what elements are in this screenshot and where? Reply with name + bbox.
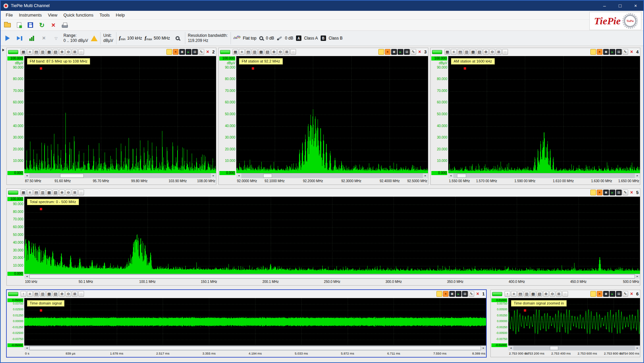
value-table-icon[interactable]: ▤: [245, 49, 251, 55]
zoom-out-icon[interactable]: ⊖: [277, 49, 283, 55]
export-graph-icon[interactable]: ▸: [610, 291, 615, 297]
remove-view-button[interactable]: ×: [39, 34, 49, 43]
close-button[interactable]: ×: [628, 1, 643, 11]
scroll-right-icon[interactable]: ►: [211, 173, 216, 178]
plot-area[interactable]: [24, 56, 216, 173]
annotation-callout[interactable]: AM station at 1600 kHz: [451, 58, 495, 65]
zoom-in-icon[interactable]: ⊕: [59, 49, 65, 55]
legend-icon[interactable]: ▧: [265, 49, 270, 55]
annotation-callout[interactable]: FM station at 92.2 MHz: [239, 58, 283, 65]
scroll-right-icon[interactable]: ►: [635, 173, 640, 178]
zoom-window-icon[interactable]: ⊞: [556, 291, 562, 297]
refresh-button[interactable]: ↻: [37, 21, 47, 29]
close-panel-icon[interactable]: ×: [205, 49, 211, 55]
graph-settings-icon[interactable]: ▤: [616, 49, 622, 55]
axis-settings-icon[interactable]: ▥: [40, 49, 46, 55]
cursors-icon[interactable]: ≡: [239, 49, 245, 55]
add-comment-icon[interactable]: [590, 190, 596, 195]
pane-splitter-handle[interactable]: [2, 49, 4, 51]
edit-graph-icon[interactable]: ✎: [410, 49, 416, 55]
plot-area[interactable]: [236, 56, 428, 173]
copy-graph-icon[interactable]: ▣: [391, 49, 397, 55]
remove-comment-icon[interactable]: ×: [443, 291, 449, 297]
channel-indicator[interactable]: [8, 292, 18, 296]
menu-help[interactable]: Help: [113, 11, 128, 20]
channel-indicator[interactable]: [8, 50, 18, 54]
axis-settings-icon[interactable]: ▥: [524, 291, 530, 297]
value-table-icon[interactable]: ▤: [33, 190, 39, 195]
print-button[interactable]: [60, 21, 70, 29]
channel-indicator[interactable]: [492, 292, 502, 296]
export-graph-icon[interactable]: ▸: [456, 291, 461, 297]
oneshot-measurement-button[interactable]: [15, 34, 24, 43]
h-scrollbar[interactable]: ◄ ►: [508, 345, 640, 350]
start-measurement-button[interactable]: [3, 34, 12, 43]
cursors-icon[interactable]: ≡: [511, 291, 517, 297]
scrollbar-thumb[interactable]: [60, 174, 84, 178]
zoom-in-icon[interactable]: ⊕: [59, 291, 65, 297]
graph-settings-icon[interactable]: ▤: [462, 291, 468, 297]
grid-icon[interactable]: ▩: [46, 291, 52, 297]
autoscale-icon[interactable]: ↑: [505, 291, 510, 297]
source-window-icon[interactable]: ▦: [21, 190, 26, 195]
graph-settings-icon[interactable]: ▤: [404, 49, 410, 55]
close-panel-icon[interactable]: ×: [629, 190, 635, 195]
grid-icon[interactable]: ▩: [530, 291, 536, 297]
scroll-left-icon[interactable]: ◄: [24, 346, 29, 350]
frequency-search-button[interactable]: [173, 34, 182, 43]
autoscale-icon[interactable]: ↑: [21, 291, 26, 297]
legend-icon[interactable]: ▧: [53, 49, 58, 55]
scrollbar-thumb[interactable]: [550, 346, 558, 350]
legend-icon[interactable]: ▧: [53, 291, 58, 297]
value-table-icon[interactable]: ▤: [517, 291, 523, 297]
zoom-window-icon[interactable]: ⊞: [72, 49, 78, 55]
rbw-group[interactable]: Resolution bandwidth: 119.209 Hz: [188, 33, 228, 43]
fmin-field[interactable]: fmin 100 kHz: [119, 35, 142, 41]
zoom-in-icon[interactable]: ⊕: [543, 291, 549, 297]
value-table-icon[interactable]: ▤: [33, 291, 39, 297]
close-panel-icon[interactable]: ×: [629, 49, 635, 55]
zoom-out-icon[interactable]: ⊖: [489, 49, 495, 55]
zoom-in-icon[interactable]: ⊕: [271, 49, 277, 55]
open-button[interactable]: [3, 21, 12, 29]
zoom-in-icon[interactable]: ⊕: [483, 49, 489, 55]
export-graph-icon[interactable]: ▸: [610, 190, 615, 195]
grid-icon[interactable]: ▩: [258, 49, 264, 55]
menu-instruments[interactable]: Instruments: [16, 11, 45, 20]
zoom-out-icon[interactable]: ⊖: [65, 49, 71, 55]
edit-graph-icon[interactable]: ✎: [622, 291, 628, 297]
probe-gain-value[interactable]: 0 dB: [285, 36, 293, 41]
axis-settings-icon[interactable]: ▥: [464, 49, 469, 55]
add-comment-icon[interactable]: [166, 49, 172, 55]
scrollbar-thumb[interactable]: [263, 174, 272, 178]
menu-file[interactable]: File: [3, 11, 16, 20]
source-window-icon[interactable]: ▦: [233, 49, 238, 55]
maximize-button[interactable]: □: [612, 1, 628, 11]
remove-comment-icon[interactable]: ×: [597, 49, 602, 55]
range-group[interactable]: Range: 0 .. 100 dBµV: [63, 33, 88, 43]
scroll-left-icon[interactable]: ◄: [24, 173, 29, 178]
source-window-icon[interactable]: ▦: [21, 49, 26, 55]
unit-group[interactable]: Unit: dBµV: [103, 33, 113, 43]
axis-settings-icon[interactable]: ▥: [40, 291, 46, 297]
grid-icon[interactable]: ▩: [46, 49, 52, 55]
annotation-callout[interactable]: Time domain signal: [27, 300, 64, 307]
delete-button[interactable]: ×: [49, 21, 58, 29]
export-graph-icon[interactable]: ▸: [398, 49, 403, 55]
source-window-icon[interactable]: ▦: [445, 49, 450, 55]
graph-settings-icon[interactable]: ▤: [616, 291, 622, 297]
annotation-callout[interactable]: FM band: 87.5 MHz up to 108 MHz: [27, 58, 90, 65]
channel-indicator[interactable]: [8, 191, 18, 195]
copy-graph-icon[interactable]: ▣: [603, 291, 609, 297]
copy-graph-icon[interactable]: ▣: [449, 291, 455, 297]
channel-indicator[interactable]: [432, 50, 442, 54]
remove-comment-icon[interactable]: ×: [173, 49, 179, 55]
scrollbar-thumb[interactable]: [29, 346, 481, 350]
zoom-window-icon[interactable]: ⊞: [72, 190, 78, 195]
h-scrollbar[interactable]: ◄ ►: [236, 173, 428, 178]
save-button[interactable]: [26, 21, 35, 29]
remove-comment-icon[interactable]: ×: [385, 49, 391, 55]
h-scrollbar[interactable]: ◄ ►: [24, 274, 640, 279]
zoom-window-icon[interactable]: ⊞: [284, 49, 290, 55]
remove-comment-icon[interactable]: ×: [597, 190, 602, 195]
